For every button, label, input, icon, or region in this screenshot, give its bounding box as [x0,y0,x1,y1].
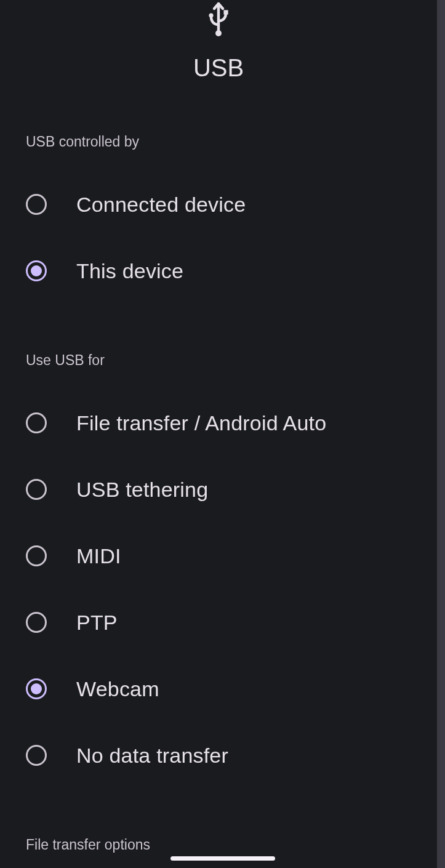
radio-label: Webcam [76,677,159,701]
radio-label: USB tethering [76,478,208,502]
scrollbar-track[interactable] [437,0,445,868]
radio-icon [26,678,47,699]
radio-icon [26,612,47,633]
radio-label: MIDI [76,544,121,568]
radio-this-device[interactable]: This device [0,238,437,304]
radio-icon [26,194,47,215]
radio-label: PTP [76,611,118,635]
radio-icon [26,745,47,766]
radio-webcam[interactable]: Webcam [0,656,437,722]
radio-label: File transfer / Android Auto [76,411,326,435]
section-header-file-transfer-options: File transfer options [0,837,437,853]
svg-point-1 [209,13,213,17]
svg-rect-2 [223,10,228,14]
radio-icon [26,260,47,281]
radio-usb-tethering[interactable]: USB tethering [0,456,437,523]
radio-midi[interactable]: MIDI [0,523,437,589]
radio-icon [26,545,47,566]
radio-label: Connected device [76,193,246,217]
radio-file-transfer[interactable]: File transfer / Android Auto [0,390,437,456]
page-title: USB [0,54,437,82]
radio-label: No data transfer [76,744,228,768]
section-header-controlled-by: USB controlled by [0,134,437,150]
radio-ptp[interactable]: PTP [0,589,437,656]
radio-icon [26,479,47,500]
radio-label: This device [76,259,183,283]
svg-point-3 [215,30,222,36]
radio-no-data-transfer[interactable]: No data transfer [0,722,437,789]
section-header-use-usb-for: Use USB for [0,352,437,369]
radio-icon [26,412,47,433]
radio-connected-device[interactable]: Connected device [0,171,437,238]
usb-icon [0,0,437,37]
gesture-bar [170,856,275,861]
